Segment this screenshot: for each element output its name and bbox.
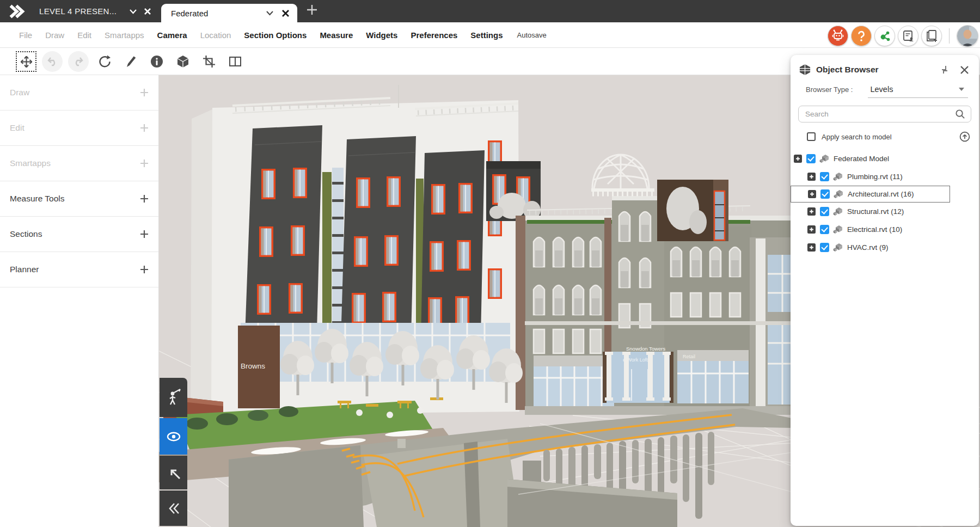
tree-row-plumbing[interactable]: Plumbing.rvt (11) <box>791 168 979 186</box>
tab-label: Federated <box>171 9 258 18</box>
sidebar-section-sections[interactable]: Sections <box>0 217 158 252</box>
close-tab-icon[interactable] <box>281 9 290 17</box>
tab-federated[interactable]: Federated <box>161 4 297 22</box>
close-panel-icon[interactable] <box>960 65 969 75</box>
first-person-walk-button[interactable] <box>160 378 187 417</box>
plus-icon[interactable] <box>139 265 149 274</box>
expand-icon[interactable] <box>808 190 816 198</box>
menu-preferences[interactable]: Preferences <box>411 30 457 40</box>
menu-camera[interactable]: Camera <box>157 30 187 40</box>
tree-label: Architectural.rvt (16) <box>848 190 914 198</box>
plus-icon[interactable] <box>139 88 149 97</box>
object-browser-icon <box>799 63 811 76</box>
checkbox-checked[interactable] <box>820 225 829 234</box>
user-avatar[interactable] <box>957 25 978 47</box>
chevron-down-icon[interactable] <box>266 10 274 16</box>
dock-panel-icon[interactable] <box>939 65 950 75</box>
upload-model-icon[interactable] <box>959 131 970 142</box>
menu-settings[interactable]: Settings <box>470 30 503 40</box>
plus-icon[interactable] <box>139 229 149 239</box>
sidebar-section-planner[interactable]: Planner <box>0 252 158 287</box>
clipboard-add-button[interactable] <box>921 26 942 46</box>
model-tree: Federated Model Plumbing.rvt (11) Archit… <box>791 146 979 256</box>
search-icon <box>955 109 965 119</box>
avatar-photo <box>957 26 978 47</box>
app-logo-icon <box>5 1 26 22</box>
checkbox-checked[interactable] <box>820 189 830 199</box>
sign-cafe-left: Browns <box>241 362 265 370</box>
checkbox-checked[interactable] <box>820 243 829 252</box>
model-cubes-icon <box>833 225 843 234</box>
undo-button[interactable] <box>42 51 63 72</box>
redo-button[interactable] <box>68 51 89 72</box>
sidebar-section-draw[interactable]: Draw <box>0 75 158 111</box>
panel-header: Object Browser <box>791 55 979 81</box>
tree-label: Electrical.rvt (10) <box>847 225 902 234</box>
chevron-down-icon[interactable] <box>129 9 137 14</box>
sidebar-section-measure-tools[interactable]: Measure Tools <box>0 181 158 217</box>
expand-icon[interactable] <box>807 243 816 252</box>
menu-edit[interactable]: Edit <box>77 30 91 40</box>
clipboard-plus-icon <box>924 29 939 43</box>
apply-search-checkbox[interactable] <box>807 132 816 141</box>
app-logo[interactable] <box>0 0 32 22</box>
issue-note-button[interactable] <box>898 26 918 46</box>
stylus-icon <box>124 54 138 69</box>
section-label: Draw <box>10 88 29 97</box>
menu-file[interactable]: File <box>19 30 32 40</box>
share-network-button[interactable] <box>874 26 895 46</box>
checkbox-checked[interactable] <box>820 172 829 181</box>
menu-location[interactable]: Location <box>200 30 231 40</box>
undo-icon <box>46 55 59 68</box>
help-button[interactable] <box>851 26 872 46</box>
tree-row-electrical[interactable]: Electrical.rvt (10) <box>791 220 979 238</box>
tree-row-federated-model[interactable]: Federated Model <box>791 150 979 168</box>
expand-icon[interactable] <box>807 207 816 216</box>
select-arrow-button[interactable] <box>160 456 187 489</box>
menu-draw[interactable]: Draw <box>45 30 64 40</box>
collapse-panel-button[interactable] <box>160 491 187 526</box>
plus-icon[interactable] <box>139 123 149 133</box>
tree-row-architectural[interactable]: Architectural.rvt (16) <box>791 186 950 203</box>
plus-icon[interactable] <box>139 194 149 204</box>
tree-label: Structural.rvt (12) <box>847 207 904 216</box>
sidebar-section-edit[interactable]: Edit <box>0 111 158 146</box>
rotate-tool[interactable] <box>94 51 115 72</box>
expand-icon[interactable] <box>794 155 802 163</box>
expand-icon[interactable] <box>807 225 816 234</box>
expand-icon[interactable] <box>807 173 816 181</box>
tab-level4-presentation[interactable]: LEVEL 4 PRESEN... <box>32 0 158 22</box>
ai-assistant-button[interactable] <box>828 26 848 46</box>
checkbox-checked[interactable] <box>820 207 829 216</box>
search-box[interactable] <box>798 106 971 122</box>
menu-section-options[interactable]: Section Options <box>244 30 307 40</box>
cube-3d-tool[interactable] <box>173 51 193 72</box>
section-label: Planner <box>10 265 39 274</box>
stylus-tool[interactable] <box>120 51 141 72</box>
section-label: Smartapps <box>10 158 51 168</box>
tree-row-hvac[interactable]: HVAC.rvt (9) <box>791 238 979 256</box>
plus-icon[interactable] <box>139 158 149 168</box>
browser-type-label: Browser Type : <box>806 85 853 94</box>
sidebar-section-smartapps[interactable]: Smartapps <box>0 146 158 181</box>
close-tab-icon[interactable] <box>144 8 151 15</box>
model-cubes-icon <box>833 207 843 216</box>
visibility-eye-button[interactable] <box>160 418 187 455</box>
search-input[interactable] <box>805 110 955 118</box>
menu-widgets[interactable]: Widgets <box>366 30 397 40</box>
tree-row-structural[interactable]: Structural.rvt (12) <box>791 203 979 220</box>
browser-type-select[interactable]: Levels <box>868 85 968 98</box>
crop-tool[interactable] <box>199 51 219 72</box>
tree-label: HVAC.rvt (9) <box>847 243 889 252</box>
robot-icon <box>831 29 845 43</box>
new-tab-button[interactable] <box>306 4 318 18</box>
menu-measure[interactable]: Measure <box>320 30 353 40</box>
question-mark-icon <box>854 29 868 43</box>
object-browser-panel: Object Browser Browser Type : Levels App… <box>791 55 979 526</box>
checkbox-checked[interactable] <box>806 154 816 163</box>
menu-smartapps[interactable]: Smartapps <box>105 30 144 40</box>
crop-icon <box>202 54 216 69</box>
info-tool[interactable] <box>146 51 167 72</box>
move-tool[interactable] <box>16 51 36 72</box>
split-view-tool[interactable] <box>225 51 246 72</box>
